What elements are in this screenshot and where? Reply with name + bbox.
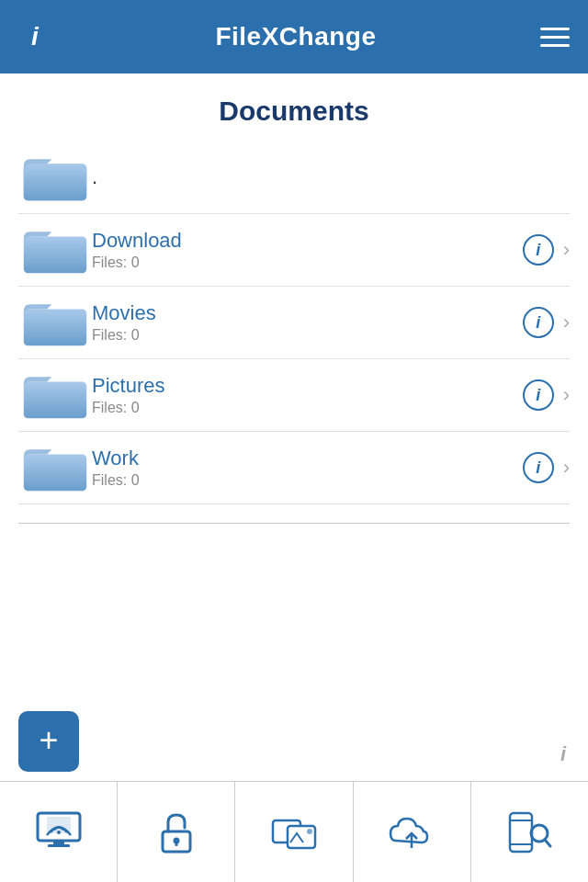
folder-info-button[interactable]: i <box>523 307 554 338</box>
chevron-right-icon[interactable]: › <box>563 458 570 478</box>
folder-info-button[interactable]: i <box>523 234 554 266</box>
bottom-toolbar <box>0 781 588 882</box>
folder-name-download: Download Files: 0 <box>92 229 523 271</box>
list-item[interactable]: Movies Files: 0 i › <box>18 287 570 359</box>
folder-icon <box>18 153 92 202</box>
folder-list: . Download Files: 0 i › <box>0 141 588 504</box>
folder-actions: i › <box>523 234 570 266</box>
folder-actions: i › <box>523 452 570 483</box>
folder-icon <box>18 443 92 492</box>
list-item[interactable]: Work Files: 0 i › <box>18 432 570 504</box>
folder-actions: i › <box>523 307 570 338</box>
toolbar-transfer-item[interactable] <box>235 782 353 882</box>
svg-rect-3 <box>24 310 86 346</box>
plus-icon: + <box>39 724 58 757</box>
cloud-icon <box>387 808 436 857</box>
folder-info-button[interactable]: i <box>523 452 554 483</box>
chevron-right-icon[interactable]: › <box>563 385 570 405</box>
header: i FileXChange <box>0 0 588 74</box>
toolbar-cloud-item[interactable] <box>354 782 471 882</box>
svg-rect-4 <box>24 382 86 419</box>
svg-rect-5 <box>24 455 86 492</box>
folder-name-pictures: Pictures Files: 0 <box>92 374 523 416</box>
folder-actions: i › <box>523 379 570 411</box>
toolbar-computer-item[interactable] <box>0 782 118 882</box>
add-folder-button[interactable]: + <box>18 711 79 772</box>
folder-info-button[interactable]: i <box>523 379 554 411</box>
svg-rect-1 <box>24 164 86 201</box>
lock-icon <box>152 808 201 857</box>
svg-rect-18 <box>510 813 532 852</box>
transfer-icon <box>269 808 319 857</box>
menu-button[interactable] <box>540 28 570 47</box>
list-item[interactable]: Download Files: 0 i › <box>18 214 570 287</box>
search-device-icon <box>504 808 554 857</box>
folder-icon <box>18 225 92 275</box>
svg-rect-13 <box>175 841 177 846</box>
chevron-right-icon[interactable]: › <box>563 240 570 260</box>
folder-dot-label: . <box>92 165 570 189</box>
folder-name-work: Work Files: 0 <box>92 447 523 489</box>
folder-icon <box>18 298 92 347</box>
svg-rect-9 <box>53 841 64 844</box>
header-info-icon[interactable]: i <box>18 22 51 51</box>
svg-rect-10 <box>48 844 70 847</box>
bottom-info-icon: i <box>560 742 566 766</box>
svg-rect-2 <box>24 237 86 274</box>
list-item[interactable]: . <box>18 141 570 214</box>
svg-point-8 <box>57 831 61 834</box>
list-item[interactable]: Pictures Files: 0 i › <box>18 359 570 432</box>
toolbar-search-device-item[interactable] <box>471 782 588 882</box>
toolbar-lock-item[interactable] <box>118 782 235 882</box>
folder-name-movies: Movies Files: 0 <box>92 301 523 344</box>
svg-point-16 <box>307 829 312 834</box>
app-title: FileXChange <box>215 22 376 51</box>
page-title: Documents <box>0 74 588 141</box>
svg-line-22 <box>545 840 550 846</box>
computer-icon <box>34 808 84 857</box>
chevron-right-icon[interactable]: › <box>563 312 570 333</box>
folder-icon <box>18 370 92 420</box>
list-divider <box>18 523 570 524</box>
